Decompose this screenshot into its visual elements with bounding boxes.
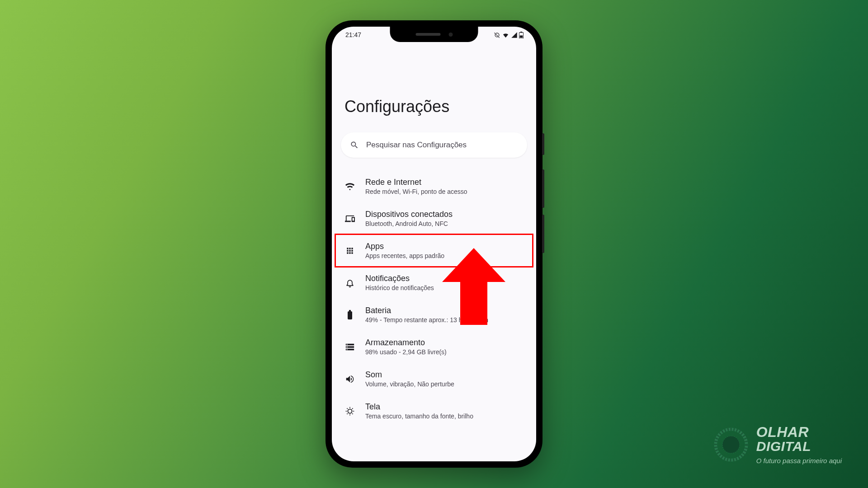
setting-title: Notificações xyxy=(365,274,434,283)
settings-item-display[interactable]: Tela Tema escuro, tamanho da fonte, bril… xyxy=(341,395,527,427)
alarm-off-icon xyxy=(494,32,500,38)
settings-item-devices[interactable]: Dispositivos conectados Bluetooth, Andro… xyxy=(341,202,527,235)
svg-rect-2 xyxy=(520,35,523,38)
watermark-brand-line1: OLHAR xyxy=(756,425,842,439)
storage-icon xyxy=(344,342,355,352)
settings-item-battery[interactable]: Bateria 49% - Tempo restante aprox.: 13 … xyxy=(341,299,527,331)
settings-item-sound[interactable]: Som Volume, vibração, Não perturbe xyxy=(341,363,527,395)
watermark-brand-line2: DIGITAL xyxy=(756,439,842,454)
phone-notch xyxy=(390,27,478,42)
settings-item-apps[interactable]: Apps Apps recentes, apps padrão xyxy=(341,235,527,267)
search-input[interactable]: Pesquisar nas Configurações xyxy=(341,132,527,158)
phone-screen: 21:47 Configurações Pesquisar nas Config… xyxy=(332,27,536,461)
status-time: 21:47 xyxy=(344,31,361,38)
setting-title: Som xyxy=(365,370,454,380)
setting-subtitle: Volume, vibração, Não perturbe xyxy=(365,380,454,388)
signal-icon xyxy=(511,32,518,38)
watermark-tagline: O futuro passa primeiro aqui xyxy=(756,457,842,465)
setting-title: Rede e Internet xyxy=(365,178,467,187)
setting-subtitle: Apps recentes, apps padrão xyxy=(365,252,444,259)
apps-icon xyxy=(344,246,355,255)
watermark-circle-icon xyxy=(714,427,748,462)
setting-subtitle: Rede móvel, Wi-Fi, ponto de acesso xyxy=(365,188,467,195)
settings-item-notifications[interactable]: Notificações Histórico de notificações xyxy=(341,267,527,299)
setting-subtitle: 98% usado - 2,94 GB livre(s) xyxy=(365,348,447,356)
setting-title: Apps xyxy=(365,242,444,251)
setting-subtitle: Histórico de notificações xyxy=(365,284,434,291)
svg-rect-4 xyxy=(349,310,351,311)
phone-side-button xyxy=(542,215,544,253)
setting-title: Tela xyxy=(365,402,473,412)
setting-title: Bateria xyxy=(365,306,488,315)
setting-title: Dispositivos conectados xyxy=(365,210,453,219)
watermark-logo: OLHAR DIGITAL O futuro passa primeiro aq… xyxy=(714,425,842,465)
settings-item-network[interactable]: Rede e Internet Rede móvel, Wi-Fi, ponto… xyxy=(341,170,527,202)
status-icons xyxy=(494,32,524,38)
battery-icon xyxy=(344,310,355,320)
search-icon xyxy=(350,141,359,150)
sound-icon xyxy=(344,374,355,384)
devices-icon xyxy=(344,214,355,224)
battery-icon xyxy=(519,32,524,38)
phone-mockup: 21:47 Configurações Pesquisar nas Config… xyxy=(326,20,542,468)
phone-side-button xyxy=(542,133,544,155)
setting-title: Armazenamento xyxy=(365,338,447,347)
bell-icon xyxy=(344,278,355,288)
wifi-icon xyxy=(344,182,355,192)
settings-item-storage[interactable]: Armazenamento 98% usado - 2,94 GB livre(… xyxy=(341,331,527,363)
setting-subtitle: Bluetooth, Android Auto, NFC xyxy=(365,220,453,227)
page-title: Configurações xyxy=(344,97,527,116)
svg-rect-1 xyxy=(520,32,522,33)
wifi-icon xyxy=(502,32,509,38)
setting-subtitle: 49% - Tempo restante aprox.: 13 h e 28 m… xyxy=(365,316,488,324)
brightness-icon xyxy=(344,406,355,416)
phone-side-button xyxy=(542,169,544,208)
search-placeholder: Pesquisar nas Configurações xyxy=(366,141,467,150)
svg-rect-3 xyxy=(348,311,352,319)
setting-subtitle: Tema escuro, tamanho da fonte, brilho xyxy=(365,413,473,420)
